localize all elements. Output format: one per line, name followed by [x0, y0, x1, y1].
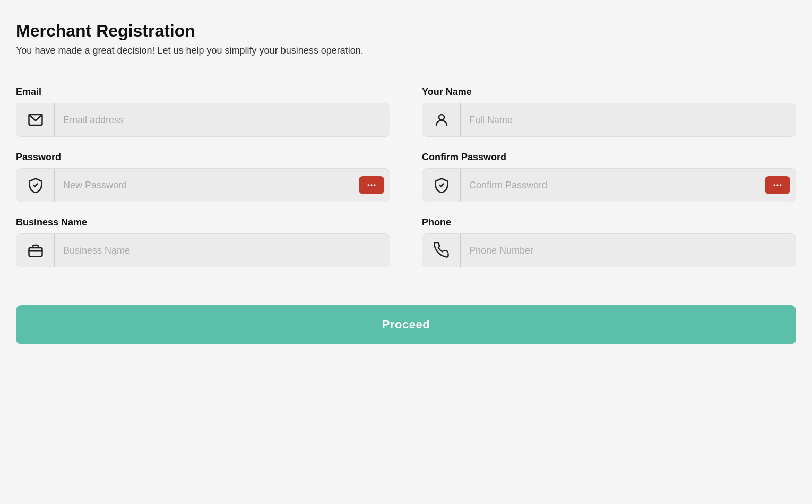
- password-icon-box: [16, 169, 55, 202]
- name-icon-box: [422, 103, 461, 136]
- confirm-password-icon-box: [422, 169, 461, 202]
- password-group: Password: [16, 152, 390, 202]
- confirm-password-toggle-button[interactable]: [765, 176, 790, 194]
- dots-icon-2: [772, 180, 783, 190]
- business-name-group: Business Name: [16, 217, 390, 267]
- svg-point-7: [780, 184, 781, 186]
- password-input-wrapper: [16, 168, 390, 202]
- header-divider: [16, 65, 796, 65]
- phone-input[interactable]: [461, 245, 796, 256]
- svg-point-2: [368, 184, 369, 186]
- business-name-input-wrapper: [16, 233, 390, 267]
- shield-check-icon-2: [434, 177, 450, 193]
- dots-icon: [366, 180, 377, 190]
- business-icon-box: [16, 234, 55, 267]
- password-toggle-button[interactable]: [359, 176, 384, 194]
- svg-rect-8: [29, 248, 42, 256]
- phone-group: Phone: [422, 217, 796, 267]
- business-name-label: Business Name: [16, 217, 390, 228]
- name-label: Your Name: [422, 86, 796, 98]
- form-divider: [16, 289, 796, 289]
- phone-label: Phone: [422, 217, 796, 228]
- email-icon: [28, 112, 44, 128]
- shield-check-icon: [28, 177, 44, 193]
- page-subtitle: You have made a great decision! Let us h…: [16, 45, 796, 56]
- business-name-input[interactable]: [55, 245, 390, 256]
- svg-point-1: [439, 115, 444, 120]
- phone-icon-box: [422, 234, 461, 267]
- svg-point-5: [774, 184, 775, 186]
- svg-point-3: [370, 184, 372, 186]
- phone-icon: [434, 242, 450, 258]
- svg-point-4: [374, 184, 375, 186]
- confirm-password-input-wrapper: [422, 168, 796, 202]
- email-group: Email: [16, 86, 390, 137]
- email-input-wrapper: [16, 103, 390, 137]
- password-label: Password: [16, 152, 390, 163]
- proceed-button[interactable]: Proceed: [16, 305, 796, 344]
- confirm-password-input[interactable]: [461, 180, 765, 191]
- registration-form: Email Your Name Password: [16, 86, 796, 267]
- name-input-wrapper: [422, 103, 796, 137]
- page-title: Merchant Registration: [16, 21, 796, 41]
- name-group: Your Name: [422, 86, 796, 137]
- email-input[interactable]: [55, 115, 390, 126]
- svg-point-6: [776, 184, 778, 186]
- phone-input-wrapper: [422, 233, 796, 267]
- name-input[interactable]: [461, 115, 796, 126]
- email-icon-box: [16, 103, 55, 136]
- confirm-password-label: Confirm Password: [422, 152, 796, 163]
- confirm-password-group: Confirm Password: [422, 152, 796, 202]
- password-input[interactable]: [55, 180, 359, 191]
- briefcase-icon: [28, 242, 44, 258]
- email-label: Email: [16, 86, 390, 98]
- person-icon: [434, 112, 450, 128]
